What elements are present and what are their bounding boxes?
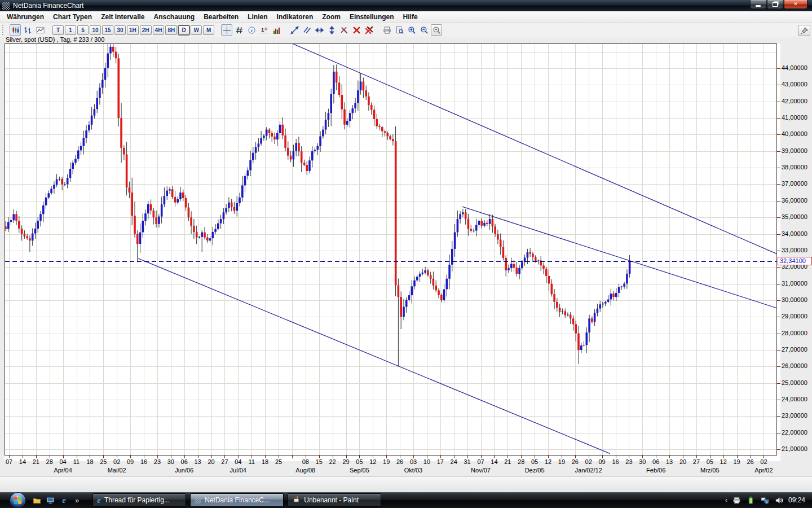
date-axis-month-label: Dez/05	[525, 467, 545, 474]
date-axis-day-label: 05	[707, 458, 713, 465]
date-axis-day-label: 04	[235, 458, 241, 465]
task-button-label: NetDania FinanceC...	[205, 496, 270, 504]
price-axis-label: 25,00000	[782, 379, 807, 387]
menu-item-bearbeiten[interactable]: Bearbeiten	[199, 12, 243, 22]
date-axis-day-label: 02	[113, 458, 120, 465]
menu-item-chart-typen[interactable]: Chart Typen	[48, 12, 96, 22]
delete-line-button[interactable]	[338, 24, 350, 36]
print-button[interactable]	[381, 24, 392, 36]
trend-hline-icon	[315, 26, 324, 34]
task-buttons: eThread für Papiertig...NetDania Finance…	[92, 493, 381, 507]
date-axis-day-label: 13	[194, 458, 201, 465]
crosshair-button[interactable]	[221, 24, 232, 36]
menu-item-einstellungen[interactable]: Einstellungen	[345, 12, 399, 22]
ie-icon[interactable]: e	[59, 496, 69, 505]
interval-button-4h[interactable]: 4H	[153, 25, 165, 35]
speaker-icon[interactable]	[774, 496, 784, 505]
grid-button[interactable]	[233, 24, 245, 36]
print-preview-button[interactable]	[394, 24, 405, 36]
pin-icon	[800, 27, 809, 35]
date-axis-day-label: 12	[720, 458, 727, 465]
date-axis-day-label: 10	[423, 458, 430, 465]
interval-button-week[interactable]: W	[191, 25, 202, 35]
minimize-button[interactable]	[750, 0, 766, 9]
show-desktop-icon[interactable]	[46, 496, 55, 505]
chart-plot-area[interactable]	[5, 43, 780, 461]
task-netdania[interactable]: NetDania FinanceC...	[190, 493, 284, 507]
task-paint[interactable]: Unbenannt - Paint	[288, 493, 381, 507]
interval-button-month[interactable]: M	[203, 25, 214, 35]
battery-icon[interactable]	[746, 496, 756, 505]
title-bar: NetDania FinanceChart ✕	[0, 0, 812, 11]
menu-item-w-hrungen[interactable]: Währungen	[2, 12, 48, 22]
interval-button-5[interactable]: 5	[77, 25, 89, 35]
status-bar: 24 Jan 2012 09:24:57 MEZ NetDania Financ…	[0, 476, 812, 493]
task-thread[interactable]: eThread für Papiertig...	[92, 493, 186, 507]
interval-button-2h[interactable]: 2H	[140, 25, 152, 35]
interval-button-1[interactable]: 1	[65, 25, 76, 35]
date-axis-day-label: 21	[33, 458, 39, 465]
crosshair-icon	[223, 26, 231, 34]
interval-button-day[interactable]: D	[178, 25, 189, 35]
svg-text:1: 1	[261, 27, 264, 33]
windows-logo-icon	[14, 496, 22, 504]
trend-channel-button[interactable]	[301, 24, 312, 36]
date-axis-day-label: 25	[275, 458, 282, 465]
menu-item-zoom[interactable]: Zoom	[317, 12, 345, 22]
interval-button-8h[interactable]: 8H	[165, 25, 177, 35]
restore-button[interactable]	[767, 0, 783, 9]
printer-icon[interactable]	[732, 496, 742, 505]
menu-item-zeit-intervalle[interactable]: Zeit Intervalle	[96, 12, 149, 22]
date-axis-month-label: Mai/02	[108, 467, 126, 474]
window-title: NetDania FinanceChart	[13, 2, 83, 10]
zoom-in-icon	[408, 26, 416, 34]
start-button[interactable]	[10, 492, 26, 508]
date-axis-month-label: Sep/05	[350, 467, 369, 474]
ohlc-chart-button[interactable]	[22, 24, 33, 36]
pin-chart-button[interactable]	[798, 25, 810, 36]
interval-button-30[interactable]: 30	[114, 25, 126, 35]
price-axis-label: 23,00000	[782, 412, 807, 419]
volume-button[interactable]	[271, 24, 282, 36]
delete-all-button[interactable]	[363, 24, 374, 36]
interval-button-tick[interactable]: T	[52, 25, 64, 35]
vertical-line-button[interactable]	[326, 24, 337, 36]
menu-item-linien[interactable]: Linien	[243, 12, 272, 22]
date-axis-day-label: 29	[342, 458, 349, 465]
menu-item-hilfe[interactable]: Hilfe	[399, 12, 422, 22]
info-button[interactable]: i	[246, 24, 257, 36]
tray-chevron-icon[interactable]: ‹	[725, 496, 727, 504]
toolbar-grip[interactable]	[2, 25, 6, 35]
chevron-expand-icon[interactable]: »	[75, 496, 79, 505]
print-preview-icon	[395, 26, 404, 34]
taskbar: e » eThread für Papiertig...NetDania Fin…	[0, 492, 812, 508]
menu-item-anschauung[interactable]: Anschauung	[149, 12, 200, 22]
date-axis-day-label: 28	[46, 458, 53, 465]
zoom-reset-button[interactable]	[431, 24, 442, 36]
app-icon	[2, 2, 10, 10]
line-chart-button[interactable]	[34, 24, 46, 36]
interval-button-10[interactable]: 10	[90, 25, 101, 35]
delete-button[interactable]	[351, 24, 362, 36]
delete-line-icon	[340, 26, 348, 34]
current-price-marker: 32,34100	[778, 257, 812, 265]
date-axis-day-label: 04	[59, 458, 66, 465]
interval-button-1h[interactable]: 1H	[127, 25, 139, 35]
paint-icon	[292, 495, 301, 505]
zoom-out-button[interactable]	[418, 24, 430, 36]
zoom-in-button[interactable]	[406, 24, 417, 36]
horizontal-line-button[interactable]	[314, 24, 325, 36]
menu-item-indikatoren[interactable]: Indikatoren	[272, 12, 318, 22]
trendline-button[interactable]	[289, 24, 300, 36]
date-axis-day-label: 18	[262, 458, 268, 465]
close-button[interactable]: ✕	[784, 0, 807, 9]
folder-icon[interactable]	[32, 496, 42, 505]
network-icon[interactable]	[760, 496, 770, 505]
price-chart[interactable]	[5, 43, 780, 461]
interval-button-15[interactable]: 15	[102, 25, 113, 35]
candlestick-chart-button[interactable]	[10, 24, 21, 36]
date-axis-day-label: 05	[531, 458, 538, 465]
date-axis-day-label: 07	[6, 458, 12, 465]
price-axis-label: 33,00000	[782, 247, 807, 254]
price-label-button[interactable]: 1	[258, 24, 270, 36]
